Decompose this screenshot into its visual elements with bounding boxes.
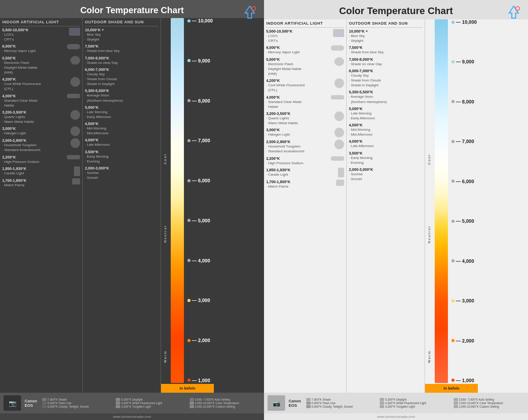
left-cool-label: Cool [163,29,167,164]
rfooter-2: 3,000- 7,000°K Auto Setting [454,398,524,401]
right-out-0: 10,000°K + · Blue Sky· Skylight [349,29,422,43]
right-out-9: 2,000-3,000°K · Sunrise· Sunset [349,167,422,181]
lcd-icon [69,28,80,36]
candle-icon-r [338,168,344,177]
rfooter-6: 6,000°K Cloudy, Twilight, Sunset [306,405,377,408]
right-indoor-col: INDOOR Artificial Light 5,500-10,500°K ·… [264,19,347,393]
tungsten-icon-r [334,140,344,149]
flash-icon-r [334,57,344,66]
right-out-3: 6,000-7,000°K · Cloudy Sky· Shade from C… [349,69,422,88]
left-main: INDOOR Artificial Light 5,500-10,500°K ·… [0,18,264,393]
svg-point-3 [516,7,520,11]
left-in-kelvin: in kelvin [161,384,214,393]
right-in-kelvin: in kelvin [425,384,478,393]
left-entry-1: 6,000°K · Mercury Vapor Light [2,44,80,53]
right-indoor-heading: INDOOR Artificial Light [266,21,344,28]
k-7000: — 7,000 [187,138,214,143]
match-icon-r [336,180,344,186]
right-header: Color Temperature Chart [264,0,528,19]
flash-icon [70,56,80,65]
left-footer-grid: 7,000°K Shade 5,200°K Daylight 3,000- 7,… [42,398,260,408]
right-entry-9: 1,850-1,930°K · Candle Light [266,168,344,177]
right-website: www.shorescanada.com [264,413,528,420]
footer-item-4: 4,000°K White Fluorescent Light [116,402,187,405]
cfl-icon [70,77,80,87]
footer-item-0: 7,000°K Shade [42,398,113,401]
left-panel: Color Temperature Chart INDOOR Artificia… [0,0,264,420]
left-entry-9: 1,850-1,930°K · Candle Light [2,166,80,176]
svg-point-1 [252,7,256,11]
quartz-icon-r [334,111,344,121]
footer-item-8: 2,000-10,000°K Custom Setting [190,405,260,408]
right-entry-6: 3,000°K · Halogen Light [266,128,344,137]
right-camera-icon: 📷 [268,395,285,411]
quartz-icon [70,110,80,120]
left-entry-8: 2,200°K · High Pressure Sodium [2,155,80,164]
rfooter-8: 2,000-10,000°K Custom Setting [454,405,524,408]
left-out-3: 6,000-7,000°K · Cloudy Sky· Shade from C… [85,67,158,87]
footer-item-1: 5,200°K Daylight [116,398,187,401]
k-4000: — 4,000 [187,258,214,263]
rk-5000: — 5,000 [451,218,478,224]
left-entry-4: 4,000°K · Standard Clear Metal Halide [2,94,80,108]
left-website: www.shorescanada.com [0,413,264,420]
left-out-2: 7,000-8,000°K · Shade on clear Day [85,56,158,65]
rk-2000: — 2,000 [451,338,478,343]
logo-icon-right [506,4,521,20]
right-title: Color Temperature Chart [339,5,453,16]
rk-3000: — 3,000 [451,298,478,303]
right-entry-7: 2,500-2,900°K · Household Tungsten· Stan… [266,140,344,154]
k-10000: — 10,000 [187,18,214,23]
right-out-4: 5,300-5,500°K · Average Noon (Northern H… [349,90,422,104]
mercury-icon [67,44,80,49]
left-entry-3: 4,200°K · Cool White Fluorescent (CFL) [2,77,80,91]
right-panel: Color Temperature Chart INDOOR Artificia… [264,0,528,420]
rfooter-5: 2,500-10,000°K Color Temperature [454,402,524,405]
right-eos-label: CanonEOS [289,399,301,408]
right-entry-0: 5,500-10,500°K · LCD's· CRT's [266,29,344,43]
left-warm-label: Warm [163,251,167,363]
left-camera-icon: 📷 [4,395,21,411]
left-entry-5: 3,200-3,500°K · Quartz Lights· Warm Meta… [2,110,80,124]
left-out-4: 5,300-5,500°K · Average Noon (Northern H… [85,88,158,103]
right-outdoor-heading: OUTDOOR Shade and Sun [349,21,422,28]
right-entry-4: 4,000°K · Standard Clear Metal Halide [266,95,344,109]
left-indoor-col: INDOOR Artificial Light 5,500-10,500°K ·… [0,18,83,393]
right-out-5: 5,000°K · Late Morning· Early Afternoon [349,107,422,121]
right-bar-col: Cool Neutral Warm — 10,000 — 9,000 — 8,0… [425,19,478,393]
right-kelvin-scale: — 10,000 — 9,000 — 8,000 — 7,000 — 6,000 [451,19,478,383]
left-neutral-label: Neutral [163,175,167,243]
halide-icon-r [331,95,344,99]
right-neutral-label: Neutral [427,176,431,243]
k-5000: — 5,000 [187,218,214,223]
left-bar-col: Cool Neutral Warm — 10,000 — 9,000 — 8,0… [161,18,214,393]
right-gradient-bar [435,19,448,383]
k-9000: — 9,000 [187,58,214,63]
sodium-icon [67,155,80,159]
right-entry-5: 3,200-3,500°K · Quartz Lights· Warm Meta… [266,111,344,125]
right-entry-3: 4,200°K · Cool White Fluorescent (CFL) [266,78,344,92]
left-out-6: 4,500°K · Mid Morning· Mid Afternoon [85,122,158,136]
rfooter-4: 4,000°K White Fluorescent Light [380,402,451,405]
footer-item-5: 2,500-10,000°K Color Temperature [190,402,260,405]
rk-9000: — 9,000 [451,59,478,64]
right-main: INDOOR Artificial Light 5,500-10,500°K ·… [264,19,528,393]
left-out-9: 2,000-3,000°K · Sunrise· Sunset [85,166,158,180]
right-out-2: 7,000-8,000°K · Shade on clear Day [349,57,422,66]
left-indoor-heading: INDOOR Artificial Light [2,20,80,26]
left-entry-6: 3,000°K · Halogen Light [2,126,80,136]
k-1000: — 1,000 [187,378,214,383]
left-out-7: 4,000°K · Late Afternoon [85,138,158,147]
right-warm-label: Warm [427,251,431,363]
rk-7000: — 7,000 [451,139,478,144]
footer-item-7: 3,200°K Tungsten Light [116,405,187,408]
left-kelvin-scale: — 10,000 — 9,000 — 8,000 — 7,000 — 6,000 [187,18,214,383]
right-footer-grid: 7,000°K Shade 5,200°K Daylight 3,000- 7,… [306,398,524,408]
right-out-1: 7,500°K · Shade from blue Sky [349,45,422,55]
mercury-icon-r [331,45,344,51]
rfooter-3: 6,000°K Flash Use [306,402,377,405]
rk-6000: — 6,000 [451,179,478,184]
halide-icon [67,94,80,98]
svg-marker-2 [509,6,518,18]
right-entry-10: 1,700-1,800°K · Match Flame [266,180,344,189]
